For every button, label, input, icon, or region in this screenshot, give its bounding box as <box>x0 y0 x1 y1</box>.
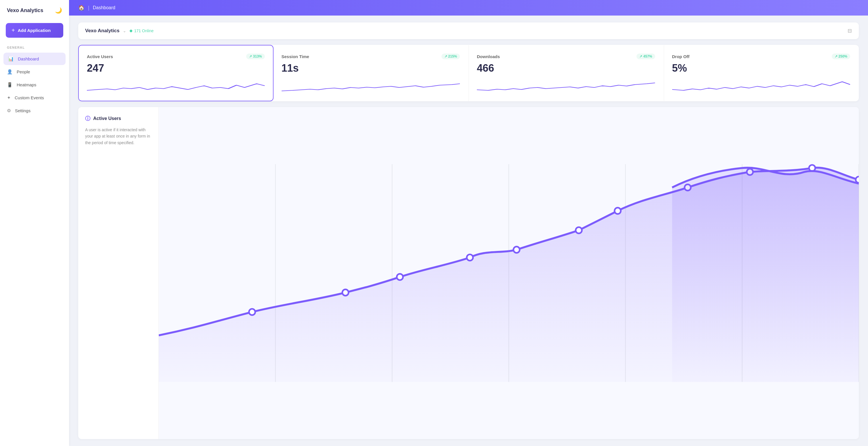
info-panel-title: Active Users <box>93 116 121 121</box>
online-dot <box>130 30 132 32</box>
stat-value-session-time: 11s <box>282 62 460 74</box>
topbar-title: Dashboard <box>93 5 115 10</box>
sidebar-item-label: Custom Events <box>15 95 44 100</box>
stat-card-session-time[interactable]: Session Time ↗ 215% 11s <box>274 45 469 101</box>
moon-icon: 🌙 <box>55 7 62 14</box>
dashboard-icon: 📊 <box>8 56 14 62</box>
stat-card-active-users[interactable]: Active Users ↗ 313% 247 <box>78 45 274 101</box>
plus-icon: + <box>11 27 15 34</box>
svg-point-12 <box>615 208 621 214</box>
sparkline-drop-off <box>672 80 850 94</box>
sidebar-item-label: Dashboard <box>18 56 39 61</box>
sidebar-item-label: Heatmaps <box>17 82 36 87</box>
svg-point-9 <box>467 255 473 261</box>
stat-badge-session-time: ↗ 215% <box>441 54 460 59</box>
heatmaps-icon: 📱 <box>7 82 13 87</box>
sidebar-item-dashboard[interactable]: 📊 Dashboard <box>3 53 66 65</box>
svg-point-16 <box>856 177 859 183</box>
home-icon[interactable]: 🏠 <box>78 5 85 11</box>
stat-card-downloads[interactable]: Downloads ↗ 457% 466 <box>468 45 664 101</box>
settings-icon: ⚙ <box>7 108 11 113</box>
stat-card-drop-off[interactable]: Drop Off ↗ 250% 5% <box>664 45 859 101</box>
sidebar-item-label: People <box>17 69 30 74</box>
stat-header: Drop Off ↗ 250% <box>672 54 850 59</box>
main-content: 🏠 | Dashboard Vexo Analytics ⌄ 171 Onlin… <box>69 0 868 446</box>
sidebar-section-general: GENERAL <box>0 46 69 53</box>
stat-badge-active-users: ↗ 313% <box>246 54 265 59</box>
stat-value-drop-off: 5% <box>672 62 850 74</box>
svg-point-6 <box>249 309 255 315</box>
add-application-label: Add Application <box>18 28 51 33</box>
sidebar-nav: 📊 Dashboard 👤 People 📱 Heatmaps ✦ Custom… <box>0 53 69 117</box>
info-panel: ⓘ Active Users A user is active if it in… <box>78 107 159 439</box>
stat-badge-drop-off: ↗ 250% <box>832 54 850 59</box>
stat-label: Active Users <box>87 54 113 59</box>
sidebar-item-people[interactable]: 👤 People <box>0 66 69 78</box>
sidebar-item-settings[interactable]: ⚙ Settings <box>0 105 69 117</box>
sidebar-logo: Vexo Analytics 🌙 <box>0 7 69 23</box>
stat-header: Downloads ↗ 457% <box>477 54 655 59</box>
stat-header: Active Users ↗ 313% <box>87 54 265 59</box>
app-logo-text: Vexo Analytics <box>7 7 43 13</box>
stats-grid: Active Users ↗ 313% 247 Session Time ↗ 2… <box>78 45 859 101</box>
svg-point-11 <box>576 227 582 233</box>
stat-label: Drop Off <box>672 54 690 59</box>
stat-badge-downloads: ↗ 457% <box>637 54 655 59</box>
stat-value-active-users: 247 <box>87 62 265 74</box>
custom-events-icon: ✦ <box>7 95 11 100</box>
app-selector-bar: Vexo Analytics ⌄ 171 Online ⊟ <box>78 23 859 39</box>
sidebar: Vexo Analytics 🌙 + Add Application GENER… <box>0 0 69 446</box>
info-icon: ⓘ <box>85 115 90 122</box>
app-selector-left: Vexo Analytics ⌄ 171 Online <box>85 28 154 34</box>
online-count: 171 Online <box>134 29 154 33</box>
stat-header: Session Time ↗ 215% <box>282 54 460 59</box>
people-icon: 👤 <box>7 69 13 75</box>
bottom-section: ⓘ Active Users A user is active if it in… <box>78 107 859 439</box>
info-panel-header: ⓘ Active Users <box>85 115 152 122</box>
info-panel-description: A user is active if it interacted with y… <box>85 127 152 146</box>
sparkline-active-users <box>87 80 265 94</box>
chevron-down-icon[interactable]: ⌄ <box>123 29 126 33</box>
online-badge: 171 Online <box>130 29 154 33</box>
sidebar-item-label: Settings <box>15 108 30 113</box>
topbar: 🏠 | Dashboard <box>69 0 868 16</box>
svg-point-10 <box>514 246 520 253</box>
sidebar-item-heatmaps[interactable]: 📱 Heatmaps <box>0 79 69 91</box>
svg-point-8 <box>397 274 403 280</box>
sparkline-session-time <box>282 80 460 94</box>
stat-value-downloads: 466 <box>477 62 655 74</box>
main-chart-area <box>159 107 859 439</box>
selected-app-name: Vexo Analytics <box>85 28 119 34</box>
add-application-button[interactable]: + Add Application <box>6 23 63 38</box>
svg-point-7 <box>342 290 348 296</box>
sparkline-downloads <box>477 80 655 94</box>
sidebar-item-custom-events[interactable]: ✦ Custom Events <box>0 91 69 104</box>
filter-icon[interactable]: ⊟ <box>847 28 852 34</box>
topbar-divider: | <box>88 5 89 11</box>
stat-label: Session Time <box>282 54 309 59</box>
content-area: Vexo Analytics ⌄ 171 Online ⊟ Active Use… <box>69 16 868 446</box>
stat-label: Downloads <box>477 54 500 59</box>
